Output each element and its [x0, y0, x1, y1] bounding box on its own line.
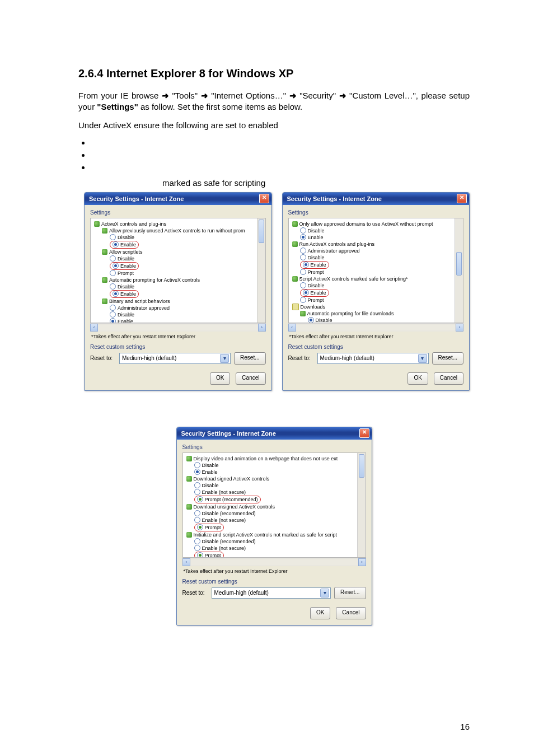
cancel-button[interactable]: Cancel — [434, 372, 463, 385]
radio-option[interactable] — [303, 262, 309, 268]
scroll-left-button[interactable]: ‹ — [90, 324, 98, 332]
setting-label: Disable — [202, 482, 219, 489]
reset-button[interactable]: Reset... — [234, 352, 265, 365]
radio-option[interactable] — [194, 489, 200, 495]
close-button[interactable]: ✕ — [359, 428, 369, 438]
reset-level-dropdown[interactable]: Medium-high (default)▾ — [119, 353, 231, 364]
radio-option[interactable] — [110, 305, 116, 311]
settings-tree[interactable]: Display video and animation on a webpage… — [182, 452, 366, 558]
setting-label: Administrator approved — [308, 248, 360, 254]
highlighted-option: Prompt — [194, 524, 224, 531]
radio-option[interactable] — [194, 469, 200, 475]
radio-option[interactable] — [110, 283, 116, 290]
radio-option[interactable] — [197, 524, 203, 530]
radio-option[interactable] — [110, 270, 116, 276]
vertical-scrollbar[interactable] — [357, 453, 366, 557]
ok-button[interactable]: OK — [310, 607, 330, 619]
scroll-right-button[interactable]: › — [258, 324, 266, 332]
radio-option[interactable] — [110, 318, 116, 323]
dropdown-value: Medium-high (default) — [320, 355, 374, 361]
setting-label: Enable (not secure) — [202, 489, 246, 496]
setting-label: Enable (not secure) — [202, 517, 246, 524]
radio-option[interactable] — [194, 482, 200, 488]
radio-option[interactable] — [110, 234, 116, 240]
setting-label: Disable — [316, 317, 332, 323]
setting-label: Run ActiveX controls and plug-ins — [299, 241, 375, 248]
setting-row: Administrator approved — [94, 305, 263, 311]
scroll-left-button[interactable]: ‹ — [182, 558, 190, 566]
radio-option[interactable] — [300, 297, 306, 303]
settings-tree[interactable]: ActiveX controls and plug-insAllow previ… — [90, 218, 266, 323]
close-button[interactable]: ✕ — [457, 194, 467, 203]
horizontal-scrollbar[interactable]: ‹› — [182, 558, 366, 566]
scroll-left-button[interactable]: ‹ — [288, 324, 296, 332]
horizontal-scrollbar[interactable]: ‹› — [90, 323, 266, 332]
section-heading: 2.6.4 Internet Explorer 8 for Windows XP — [78, 67, 470, 80]
radio-option[interactable] — [194, 517, 200, 523]
radio-option[interactable] — [110, 255, 116, 262]
radio-option[interactable] — [113, 241, 119, 248]
radio-option[interactable] — [300, 234, 306, 240]
radio-option[interactable] — [110, 311, 116, 318]
reset-level-dropdown[interactable]: Medium-high (default)▾ — [317, 353, 429, 364]
scroll-right-button[interactable]: › — [358, 558, 366, 566]
text: From your IE browse — [78, 91, 162, 100]
reset-button[interactable]: Reset... — [334, 587, 366, 599]
reset-button[interactable]: Reset... — [432, 352, 463, 365]
ok-button[interactable]: OK — [407, 372, 428, 385]
radio-option[interactable] — [197, 552, 203, 558]
highlighted-option: Enable — [110, 262, 139, 270]
radio-option[interactable] — [308, 317, 314, 323]
chevron-down-icon: ▾ — [320, 589, 329, 598]
setting-row: Enable — [94, 318, 263, 323]
setting-label: Disable (recommended) — [202, 538, 256, 545]
setting-label: Automatic prompting for ActiveX controls — [109, 277, 200, 283]
dialog-titlebar: Security Settings - Internet Zone✕ — [283, 193, 470, 205]
highlighted-option: Enable — [300, 261, 329, 269]
cancel-button[interactable]: Cancel — [336, 607, 366, 619]
radio-option[interactable] — [113, 291, 119, 297]
setting-row: Script ActiveX controls marked safe for … — [292, 276, 461, 282]
radio-option[interactable] — [300, 282, 306, 288]
settings-tree[interactable]: Only allow approved domains to use Activ… — [288, 218, 464, 323]
radio-option[interactable] — [300, 248, 306, 254]
ok-button[interactable]: OK — [210, 372, 230, 385]
setting-label: Download unsigned ActiveX controls — [194, 503, 275, 510]
setting-label: Disable — [118, 255, 134, 262]
restart-note: *Takes effect after you restart Internet… — [184, 568, 366, 574]
setting-label: Disable — [118, 311, 134, 318]
radio-option[interactable] — [194, 545, 200, 551]
dialog-title: Security Settings - Internet Zone — [287, 195, 457, 202]
radio-option[interactable] — [300, 227, 306, 234]
horizontal-scrollbar[interactable]: ‹› — [288, 323, 464, 332]
radio-option[interactable] — [113, 263, 119, 269]
vertical-scrollbar[interactable] — [257, 218, 265, 323]
setting-icon — [94, 221, 100, 227]
radio-option[interactable] — [194, 538, 200, 544]
setting-row: Disable — [186, 462, 363, 469]
setting-icon — [102, 249, 107, 255]
arrow-icon: ➜ — [339, 91, 346, 100]
scroll-right-button[interactable]: › — [456, 324, 463, 332]
setting-icon — [186, 504, 192, 510]
setting-icon — [292, 276, 298, 282]
cancel-button[interactable]: Cancel — [236, 372, 265, 385]
setting-label: Prompt — [118, 270, 134, 277]
text: "Tools" — [172, 91, 200, 100]
radio-option[interactable] — [300, 254, 306, 260]
setting-row: Disable — [94, 283, 263, 290]
setting-row: Enable — [292, 289, 461, 297]
radio-option[interactable] — [197, 496, 203, 502]
vertical-scrollbar[interactable] — [455, 218, 463, 323]
setting-row: Enable — [94, 262, 263, 270]
radio-option[interactable] — [303, 290, 309, 296]
reset-level-dropdown[interactable]: Medium-high (default)▾ — [212, 587, 331, 599]
radio-option[interactable] — [300, 269, 306, 275]
setting-label: Allow scriptlets — [109, 249, 143, 255]
setting-label: Disable (recommended) — [202, 510, 256, 517]
radio-option[interactable] — [194, 510, 200, 516]
radio-option[interactable] — [194, 462, 200, 468]
highlighted-option: Enable — [110, 290, 139, 298]
setting-label: Prompt — [205, 524, 221, 531]
close-button[interactable]: ✕ — [259, 194, 269, 203]
